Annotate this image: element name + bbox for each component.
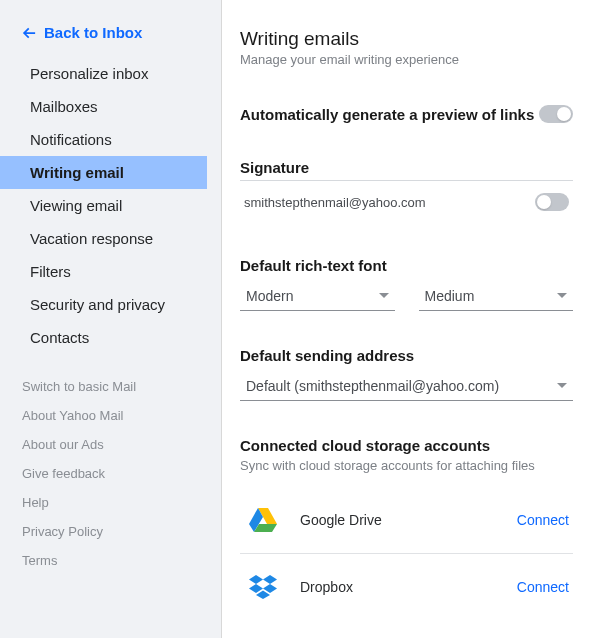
cloud-section-subtitle: Sync with cloud storage accounts for att… xyxy=(240,458,573,473)
font-section-title: Default rich-text font xyxy=(240,257,573,274)
sidebar-item-security-privacy[interactable]: Security and privacy xyxy=(0,288,221,321)
svg-marker-7 xyxy=(256,591,270,600)
page-subtitle: Manage your email writing experience xyxy=(240,52,573,67)
page-title: Writing emails xyxy=(240,28,573,50)
signature-section-title: Signature xyxy=(240,159,573,176)
cloud-section-title: Connected cloud storage accounts xyxy=(240,437,573,454)
sidebar-item-viewing-email[interactable]: Viewing email xyxy=(0,189,221,222)
font-size-select[interactable]: Medium xyxy=(419,280,574,311)
footer-link-terms[interactable]: Terms xyxy=(0,546,221,575)
cloud-item-google-drive: Google Drive Connect xyxy=(240,487,573,554)
footer-link-help[interactable]: Help xyxy=(0,488,221,517)
footer-link-basic-mail[interactable]: Switch to basic Mail xyxy=(0,372,221,401)
sidebar-item-contacts[interactable]: Contacts xyxy=(0,321,221,354)
sidebar-item-notifications[interactable]: Notifications xyxy=(0,123,221,156)
google-drive-icon xyxy=(244,501,282,539)
svg-marker-5 xyxy=(249,584,263,593)
footer-link-about-our-ads[interactable]: About our Ads xyxy=(0,430,221,459)
preview-links-toggle[interactable] xyxy=(539,105,573,123)
footer-nav: Switch to basic Mail About Yahoo Mail Ab… xyxy=(0,372,221,575)
sending-section-title: Default sending address xyxy=(240,347,573,364)
back-to-inbox-label: Back to Inbox xyxy=(44,24,142,41)
sidebar-item-writing-email[interactable]: Writing email xyxy=(0,156,207,189)
back-to-inbox-link[interactable]: Back to Inbox xyxy=(0,20,221,55)
sidebar-item-filters[interactable]: Filters xyxy=(0,255,221,288)
cloud-item-name: Dropbox xyxy=(300,579,517,595)
sidebar-item-vacation-response[interactable]: Vacation response xyxy=(0,222,221,255)
caret-down-icon xyxy=(557,381,567,391)
sending-address-select[interactable]: Default (smithstepthenmail@yahoo.com) xyxy=(240,370,573,401)
cloud-item-name: Google Drive xyxy=(300,512,517,528)
cloud-item-dropbox: Dropbox Connect xyxy=(240,554,573,620)
sidebar-item-mailboxes[interactable]: Mailboxes xyxy=(0,90,221,123)
arrow-left-icon xyxy=(22,26,36,40)
dropbox-icon xyxy=(244,568,282,606)
svg-marker-6 xyxy=(263,584,277,593)
signature-row: smithstepthenmail@yahoo.com xyxy=(240,180,573,221)
settings-nav: Personalize inbox Mailboxes Notification… xyxy=(0,57,221,354)
svg-marker-3 xyxy=(249,575,263,584)
footer-link-give-feedback[interactable]: Give feedback xyxy=(0,459,221,488)
svg-marker-4 xyxy=(263,575,277,584)
sidebar-item-personalize-inbox[interactable]: Personalize inbox xyxy=(0,57,221,90)
font-family-select[interactable]: Modern xyxy=(240,280,395,311)
font-size-value: Medium xyxy=(425,288,475,304)
connect-google-drive-button[interactable]: Connect xyxy=(517,512,569,528)
footer-link-about-yahoo-mail[interactable]: About Yahoo Mail xyxy=(0,401,221,430)
signature-toggle[interactable] xyxy=(535,193,569,211)
signature-email: smithstepthenmail@yahoo.com xyxy=(244,195,426,210)
font-family-value: Modern xyxy=(246,288,293,304)
footer-link-privacy-policy[interactable]: Privacy Policy xyxy=(0,517,221,546)
sending-address-value: Default (smithstepthenmail@yahoo.com) xyxy=(246,378,499,394)
caret-down-icon xyxy=(557,291,567,301)
preview-links-label: Automatically generate a preview of link… xyxy=(240,106,534,123)
connect-dropbox-button[interactable]: Connect xyxy=(517,579,569,595)
caret-down-icon xyxy=(379,291,389,301)
